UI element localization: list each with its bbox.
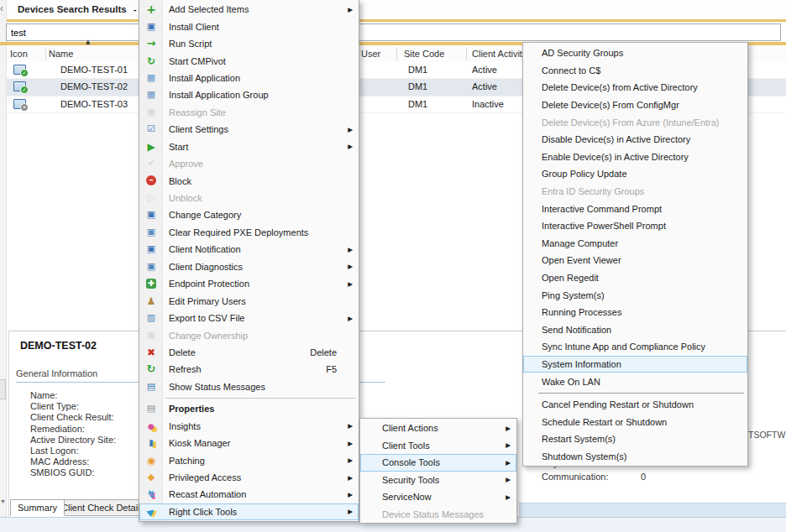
column-header-site-code[interactable]: Site Code: [404, 49, 444, 59]
menu-item-label: Right Click Tools: [169, 507, 237, 517]
menu-item-restart-system-s[interactable]: Restart System(s): [523, 430, 747, 448]
column-header-user[interactable]: User: [361, 49, 380, 59]
clear-pxe-icon: ▣: [144, 225, 159, 240]
menu-item-client-tools[interactable]: Client Tools▶: [360, 437, 516, 455]
menu-item-kiosk-manager[interactable]: ▮Kiosk Manager▶: [139, 435, 359, 451]
detail-field-label: MAC Address:: [30, 456, 116, 467]
device-icon: ✓: [13, 65, 26, 75]
submenu-arrow-icon: ▶: [348, 6, 353, 13]
menu-item-delete-device-s-from-azure-intune-entra: Delete Device(s) From Azure (Intune/Entr…: [523, 113, 747, 131]
column-header-icon[interactable]: Icon: [10, 49, 28, 59]
kiosk-manager-icon: ▮: [144, 436, 159, 451]
menu-item-label: Enable Device(s) in Active Directory: [542, 152, 689, 162]
menu-item-delete-device-s-from-configmgr[interactable]: Delete Device(s) From ConfigMgr: [523, 96, 747, 114]
menu-item-open-event-viewer[interactable]: Open Event Viewer: [523, 252, 747, 269]
recast-automation-icon: ↯: [144, 487, 159, 502]
column-header-client-activity[interactable]: Client Activity: [472, 49, 527, 59]
menu-item-patching[interactable]: ◉Patching▶: [139, 451, 359, 468]
tab-summary[interactable]: Summary: [10, 499, 65, 516]
menu-item-block[interactable]: –Block: [139, 172, 359, 189]
endpoint-protection-icon: ✚: [146, 279, 156, 289]
device-icon: ✕: [13, 99, 26, 109]
menu-item-install-client[interactable]: ▣Install Client: [139, 18, 359, 34]
submenu-arrow-icon: ▶: [348, 315, 353, 322]
scroll-down-icon[interactable]: ▼: [0, 498, 6, 504]
back-chevron-icon[interactable]: ‹: [0, 3, 7, 13]
menu-item-cancel-pending-restart-or-shutdown[interactable]: Cancel Pending Restart or Shutdown: [523, 396, 747, 414]
menu-item-running-processes[interactable]: Running Processes: [523, 304, 747, 321]
splitter-grip[interactable]: [0, 379, 6, 399]
menu-item-run-script[interactable]: →Run Script: [139, 35, 359, 52]
menu-item-recast-automation[interactable]: ↯Recast Automation▶: [139, 486, 359, 503]
menu-item-shortcut: F5: [326, 364, 359, 374]
column-divider[interactable]: [396, 47, 397, 60]
menu-item-system-information[interactable]: System Information: [523, 356, 747, 373]
menu-item-label: Security Tools: [382, 475, 439, 485]
menu-item-ad-security-groups[interactable]: AD Security Groups: [523, 44, 747, 62]
menu-item-client-diagnostics[interactable]: ▣Client Diagnostics▶: [139, 258, 359, 275]
menu-item-send-notification[interactable]: Send Notification: [523, 321, 747, 339]
menu-item-shutdown-system-s[interactable]: Shutdown System(s): [523, 448, 747, 466]
submenu-arrow-icon: ▶: [506, 425, 511, 432]
detail-field-label: Name:: [30, 390, 116, 401]
menu-item-delete[interactable]: ✖DeleteDelete: [139, 344, 359, 361]
menu-item-security-tools[interactable]: Security Tools▶: [360, 472, 516, 489]
menu-item-privileged-access[interactable]: ◆Privileged Access▶: [139, 469, 359, 486]
submenu-arrow-icon: ▶: [348, 474, 353, 482]
site-code-cell: DM1: [408, 65, 427, 75]
menu-item-disable-device-s-in-active-directory[interactable]: Disable Device(s) in Active Directory: [523, 131, 747, 149]
tab-client-check-detail[interactable]: Client Check Detail: [54, 499, 148, 516]
menu-item-console-tools[interactable]: Console Tools▶: [360, 454, 516, 472]
menu-item-clear-required-pxe-deployments[interactable]: ▣Clear Required PXE Deployments: [139, 224, 359, 241]
menu-item-change-category[interactable]: ▣Change Category: [139, 206, 359, 223]
menu-item-install-application[interactable]: ▦Install Application: [139, 70, 359, 86]
menu-item-client-settings[interactable]: ☑Client Settings▶: [139, 121, 359, 138]
menu-item-label: Install Application Group: [169, 90, 269, 100]
submenu-arrow-icon: ▶: [506, 441, 511, 449]
menu-item-sync-intune-app-and-compliance-policy[interactable]: Sync Intune App and Compliance Policy: [523, 338, 747, 356]
menu-item-client-actions[interactable]: Client Actions▶: [360, 420, 516, 437]
column-header-name[interactable]: Name: [49, 49, 73, 59]
menu-item-insights[interactable]: ●Insights▶: [139, 418, 359, 435]
menu-item-export-to-csv-file[interactable]: ▥Export to CSV File▶: [139, 310, 359, 326]
menu-item-interactive-powershell-prompt[interactable]: Interactive PowerShell Prompt: [523, 217, 747, 235]
menu-item-client-notification[interactable]: ▣Client Notification▶: [139, 241, 359, 258]
device-name: DEMO-TEST-01: [60, 65, 128, 75]
menu-item-label: Ping System(s): [542, 290, 605, 300]
menu-item-install-application-group[interactable]: ▦Install Application Group: [139, 86, 359, 103]
column-divider[interactable]: [45, 47, 46, 60]
device-name: DEMO-TEST-03: [60, 99, 128, 109]
menu-item-show-status-messages[interactable]: ▤Show Status Messages: [139, 378, 359, 395]
submenu-arrow-icon: ▶: [506, 459, 511, 467]
menu-item-refresh[interactable]: ↻RefreshF5: [139, 361, 359, 378]
submenu-arrow-icon: ▶: [348, 508, 353, 515]
install-client-icon: ▣: [144, 19, 159, 34]
menu-item-servicenow[interactable]: ServiceNow▶: [360, 488, 516, 506]
search-input[interactable]: [6, 23, 781, 41]
menu-item-start-cmpivot[interactable]: ↻Start CMPivot: [139, 52, 359, 69]
menu-item-connect-to-c[interactable]: Connect to C$: [523, 62, 747, 80]
left-rail: [0, 0, 7, 532]
menu-separator: [523, 390, 747, 396]
menu-item-interactive-command-prompt[interactable]: Interactive Command Prompt: [523, 200, 747, 217]
detail-field-label: Last Logon:: [30, 446, 116, 456]
menu-item-schedule-restart-or-shutdown[interactable]: Schedule Restart or Shutdown: [523, 413, 747, 430]
menu-item-properties[interactable]: ▤Properties: [139, 400, 359, 417]
column-divider[interactable]: [466, 47, 467, 60]
menu-item-enable-device-s-in-active-directory[interactable]: Enable Device(s) in Active Directory: [523, 149, 747, 166]
insights-icon: ●: [144, 419, 159, 434]
menu-item-edit-primary-users[interactable]: ♟Edit Primary Users: [139, 292, 359, 309]
menu-item-wake-on-lan[interactable]: Wake On LAN: [523, 373, 747, 390]
menu-item-ping-system-s[interactable]: Ping System(s): [523, 286, 747, 304]
menu-item-right-click-tools[interactable]: ▶Right Click Tools▶: [139, 503, 359, 520]
menu-item-open-regedit[interactable]: Open Regedit: [523, 269, 747, 287]
menu-item-add-selected-items[interactable]: +Add Selected Items▶: [139, 1, 359, 18]
menu-item-manage-computer[interactable]: Manage Computer: [523, 235, 747, 253]
menu-item-label: Group Policy Update: [542, 169, 627, 179]
menu-item-start[interactable]: ▶Start▶: [139, 138, 359, 155]
menu-item-delete-device-s-from-active-directory[interactable]: Delete Device(s) from Active Directory: [523, 79, 747, 96]
menu-item-group-policy-update[interactable]: Group Policy Update: [523, 165, 747, 183]
menu-item-endpoint-protection[interactable]: ✚Endpoint Protection▶: [139, 275, 359, 292]
right-click-tools-submenu: Client Actions▶Client Tools▶Console Tool…: [359, 418, 517, 524]
unblock-icon: ▷: [144, 190, 159, 206]
